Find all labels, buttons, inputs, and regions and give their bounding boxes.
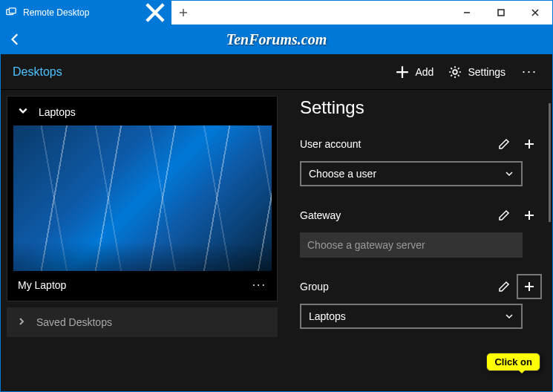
svg-rect-1 [9, 8, 16, 13]
watermark-text: TenForums.com [226, 31, 327, 48]
chevron-down-icon [505, 169, 514, 178]
desktop-more-button[interactable]: ··· [252, 278, 266, 292]
group-select-value: Laptops [309, 310, 346, 322]
chevron-down-icon [18, 105, 28, 118]
group-add-button[interactable] [517, 274, 542, 299]
new-tab-button[interactable] [171, 1, 195, 24]
toolbar: Desktops Add Settings ··· [1, 54, 552, 90]
svg-rect-2 [498, 10, 504, 16]
group-name: Laptops [39, 106, 76, 118]
tab-title: Remote Desktop [23, 7, 139, 18]
annotation-callout: Click on [486, 353, 540, 371]
user-account-select[interactable]: Choose a user [300, 161, 523, 186]
add-label: Add [415, 66, 433, 78]
group-label: Group [300, 281, 329, 293]
settings-label: Settings [468, 66, 505, 78]
scrollbar[interactable] [549, 103, 551, 222]
add-button[interactable]: Add [388, 54, 441, 89]
saved-desktops-label: Saved Desktops [36, 316, 112, 328]
minimize-button[interactable] [450, 1, 484, 24]
content-area: Laptops My Laptop ··· Saved Desktops Set… [1, 90, 552, 392]
desktop-thumbnail[interactable] [13, 125, 272, 271]
close-button[interactable] [518, 1, 552, 24]
chevron-down-icon [505, 312, 514, 321]
window-titlebar: Remote Desktop [1, 1, 552, 24]
group-select[interactable]: Laptops [300, 304, 523, 329]
back-button[interactable] [1, 24, 30, 54]
user-account-label: User account [300, 138, 361, 150]
maximize-button[interactable] [484, 1, 518, 24]
user-select-value: Choose a user [309, 168, 376, 180]
settings-button[interactable]: Settings [441, 54, 513, 89]
tab-close-button[interactable] [145, 1, 166, 24]
group-edit-button[interactable] [491, 274, 517, 299]
saved-desktops-row[interactable]: Saved Desktops [7, 307, 278, 337]
gateway-add-button[interactable] [517, 203, 542, 228]
settings-title: Settings [300, 97, 542, 118]
gateway-edit-button[interactable] [491, 203, 517, 228]
gateway-select[interactable]: Choose a gateway server [300, 232, 523, 258]
gateway-label: Gateway [300, 209, 341, 221]
gateway-select-value: Choose a gateway server [307, 239, 425, 251]
user-add-button[interactable] [517, 131, 542, 157]
group-header[interactable]: Laptops [7, 101, 277, 125]
app-tab[interactable]: Remote Desktop [1, 1, 171, 24]
page-title: Desktops [13, 65, 388, 79]
remote-desktop-icon [5, 7, 17, 19]
more-button[interactable]: ··· [513, 54, 546, 89]
app-header: TenForums.com [1, 24, 552, 54]
desktops-list: Laptops My Laptop ··· Saved Desktops [1, 90, 278, 392]
group-card-laptops: Laptops My Laptop ··· [7, 96, 278, 301]
chevron-right-icon [17, 316, 26, 328]
settings-panel: Settings User account Choose a user Gate… [278, 90, 552, 392]
desktop-name: My Laptop [18, 279, 66, 291]
svg-point-3 [454, 70, 458, 74]
user-edit-button[interactable] [491, 131, 517, 157]
